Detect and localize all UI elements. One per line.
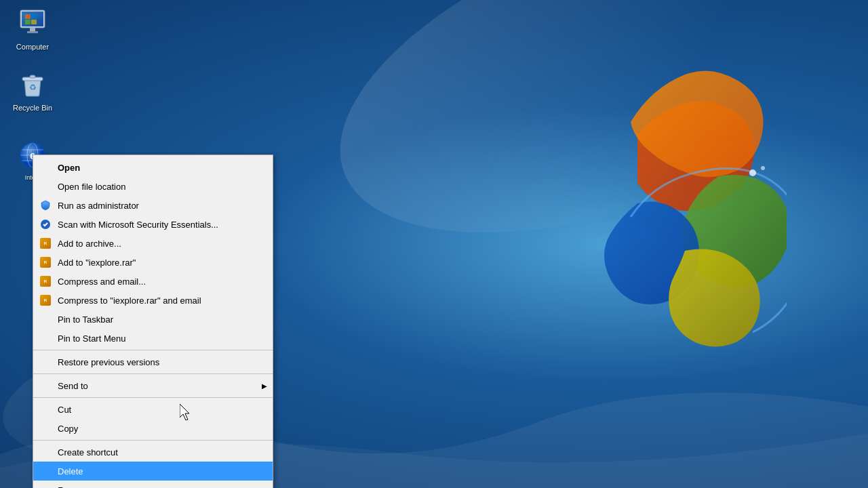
menu-item-pin-start-menu[interactable]: Pin to Start Menu bbox=[33, 329, 273, 348]
menu-item-add-iexplore-rar-label: Add to "iexplore.rar" bbox=[58, 258, 136, 268]
separator-4 bbox=[33, 440, 273, 441]
computer-icon-label: Computer bbox=[16, 42, 49, 52]
svg-point-0 bbox=[749, 169, 756, 176]
windows-logo bbox=[502, 54, 787, 380]
menu-item-open-file-location[interactable]: Open file location bbox=[33, 177, 273, 196]
open-file-location-icon bbox=[39, 180, 52, 193]
menu-item-send-to-label: Send to bbox=[58, 381, 88, 391]
svg-rect-6 bbox=[31, 14, 37, 19]
menu-item-run-as-admin-label: Run as administrator bbox=[58, 201, 139, 211]
rar-icon: R bbox=[40, 238, 51, 249]
security-essentials-icon bbox=[39, 218, 52, 231]
menu-item-open-label: Open bbox=[58, 163, 80, 173]
menu-item-copy[interactable]: Copy bbox=[33, 419, 273, 438]
svg-rect-5 bbox=[25, 14, 31, 19]
menu-item-rename[interactable]: Rename bbox=[33, 481, 273, 488]
pin-taskbar-icon bbox=[39, 312, 52, 326]
separator-3 bbox=[33, 397, 273, 398]
menu-item-cut[interactable]: Cut bbox=[33, 400, 273, 419]
svg-rect-7 bbox=[25, 20, 31, 24]
recycle-bin-desktop-icon[interactable]: ♻ Recycle Bin bbox=[5, 68, 60, 113]
restore-previous-icon bbox=[39, 355, 52, 369]
rar-iexplore-icon: R bbox=[39, 256, 52, 269]
rar-icon-4: R bbox=[40, 295, 51, 306]
menu-item-rename-label: Rename bbox=[58, 485, 91, 489]
separator-2 bbox=[33, 373, 273, 374]
shield-icon bbox=[39, 199, 52, 212]
menu-item-compress-email-label: Compress and email... bbox=[58, 277, 146, 287]
computer-icon-image bbox=[16, 7, 49, 39]
rename-icon bbox=[39, 483, 52, 488]
menu-item-add-archive-label: Add to archive... bbox=[58, 239, 121, 249]
svg-text:♻: ♻ bbox=[29, 83, 37, 92]
rar-icon-3: R bbox=[40, 276, 51, 287]
menu-item-delete[interactable]: Delete bbox=[33, 462, 273, 481]
desktop: Computer ♻ Recycle Bin bbox=[0, 0, 868, 488]
copy-icon bbox=[39, 422, 52, 435]
menu-item-compress-email[interactable]: R Compress and email... bbox=[33, 272, 273, 291]
send-to-icon bbox=[39, 379, 52, 392]
menu-item-add-iexplore-rar[interactable]: R Add to "iexplore.rar" bbox=[33, 253, 273, 272]
context-menu: Open Open file location bbox=[33, 155, 273, 488]
recycle-bin-icon-label: Recycle Bin bbox=[13, 103, 52, 113]
svg-rect-8 bbox=[31, 20, 37, 24]
open-icon bbox=[39, 161, 52, 174]
rar-compress-email-icon: R bbox=[39, 274, 52, 288]
menu-item-scan-security[interactable]: Scan with Microsoft Security Essentials.… bbox=[33, 215, 273, 234]
menu-item-send-to[interactable]: Send to ▶ bbox=[33, 376, 273, 395]
recycle-bin-icon-image: ♻ bbox=[16, 68, 49, 100]
menu-item-create-shortcut[interactable]: Create shortcut bbox=[33, 443, 273, 462]
computer-desktop-icon[interactable]: Computer bbox=[5, 7, 60, 52]
menu-item-scan-security-label: Scan with Microsoft Security Essentials.… bbox=[58, 220, 218, 230]
menu-item-pin-taskbar-label: Pin to Taskbar bbox=[58, 314, 113, 325]
menu-item-create-shortcut-label: Create shortcut bbox=[58, 447, 118, 458]
svg-rect-9 bbox=[30, 28, 35, 31]
pin-start-icon bbox=[39, 331, 52, 345]
menu-item-compress-iexplore-email-label: Compress to "iexplore.rar" and email bbox=[58, 296, 201, 306]
menu-item-pin-taskbar[interactable]: Pin to Taskbar bbox=[33, 310, 273, 329]
rar-icon-2: R bbox=[40, 257, 51, 268]
menu-item-pin-start-menu-label: Pin to Start Menu bbox=[58, 333, 125, 344]
rar-compress-iexplore-icon: R bbox=[39, 293, 52, 307]
menu-item-cut-label: Cut bbox=[58, 405, 71, 415]
menu-item-delete-label: Delete bbox=[58, 466, 83, 476]
send-to-arrow-icon: ▶ bbox=[262, 382, 267, 390]
svg-rect-12 bbox=[30, 75, 35, 78]
menu-item-open-file-location-label: Open file location bbox=[58, 182, 125, 192]
menu-item-add-archive[interactable]: R Add to archive... bbox=[33, 234, 273, 253]
menu-item-copy-label: Copy bbox=[58, 424, 78, 434]
cut-icon bbox=[39, 403, 52, 416]
svg-point-1 bbox=[761, 166, 765, 170]
menu-item-run-as-admin[interactable]: Run as administrator bbox=[33, 196, 273, 215]
separator-1 bbox=[33, 350, 273, 350]
create-shortcut-icon bbox=[39, 445, 52, 459]
svg-rect-10 bbox=[27, 31, 38, 33]
delete-icon bbox=[39, 464, 52, 478]
menu-item-restore-previous-label: Restore previous versions bbox=[58, 357, 159, 367]
menu-item-compress-iexplore-email[interactable]: R Compress to "iexplore.rar" and email bbox=[33, 291, 273, 310]
menu-item-open[interactable]: Open bbox=[33, 158, 273, 177]
menu-item-restore-previous[interactable]: Restore previous versions bbox=[33, 352, 273, 371]
rar-add-archive-icon: R bbox=[39, 237, 52, 250]
